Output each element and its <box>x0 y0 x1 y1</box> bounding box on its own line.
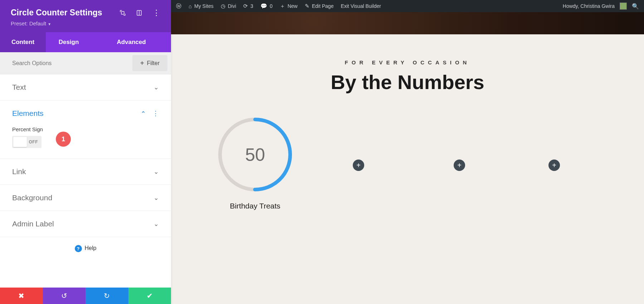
section-label: Background <box>12 193 52 202</box>
chevron-down-icon: ⌄ <box>153 168 159 176</box>
house-icon: ⌂ <box>189 3 192 9</box>
section-background[interactable]: Background ⌄ <box>0 185 171 211</box>
preset-label: Preset: Default <box>11 20 46 26</box>
chevron-down-icon: ⌄ <box>153 220 159 228</box>
plus-icon: + <box>140 59 144 67</box>
updates[interactable]: ⟳3 <box>243 3 253 9</box>
page-headline: By the Numbers <box>192 70 623 94</box>
howdy-label: Howdy, Christina Gwira <box>563 3 615 9</box>
section-elements-body: Percent Sign OFF <box>0 126 171 158</box>
eyebrow-text: FOR EVERY OCCASION <box>192 59 623 65</box>
search-icon[interactable]: 🔍 <box>632 3 639 10</box>
section-admin-label[interactable]: Admin Label ⌄ <box>0 211 171 237</box>
counter-value: 50 <box>245 145 265 165</box>
help-icon: ? <box>75 245 82 252</box>
howdy-user[interactable]: Howdy, Christina Gwira <box>563 3 615 9</box>
wp-logo[interactable]: ⓦ <box>176 3 181 10</box>
add-module-button[interactable]: + <box>353 160 364 171</box>
search-input[interactable] <box>0 54 132 72</box>
edit-page[interactable]: ✎Edit Page <box>305 3 334 9</box>
redo-button[interactable]: ↻ <box>86 288 128 304</box>
toggle-state: OFF <box>29 139 38 144</box>
comments[interactable]: 💬0 <box>260 3 273 9</box>
my-sites[interactable]: ⌂My Sites <box>189 3 214 9</box>
exit-visual-builder[interactable]: Exit Visual Builder <box>341 3 381 9</box>
cancel-button[interactable]: ✖ <box>0 288 43 304</box>
filter-button[interactable]: + Filter <box>132 55 167 71</box>
section-elements[interactable]: Elements ⌄ ⋮ <box>0 100 171 126</box>
help-label: Help <box>85 245 97 251</box>
circle-counter[interactable]: 50 Birthday Treats <box>214 115 296 210</box>
wordpress-icon: ⓦ <box>176 3 181 10</box>
chevron-up-icon: ⌄ <box>141 109 146 117</box>
tab-content[interactable]: Content <box>0 32 46 52</box>
chevron-down-icon: ⌄ <box>153 83 159 91</box>
counter-ring: 50 <box>216 115 294 194</box>
hero-strip <box>171 12 644 34</box>
avatar[interactable] <box>620 3 627 10</box>
percent-sign-label: Percent Sign <box>12 126 159 132</box>
add-module-button[interactable]: + <box>454 160 465 171</box>
wp-admin-bar: ⓦ ⌂My Sites ◷Divi ⟳3 💬0 ＋New ✎Edit Page … <box>171 0 644 12</box>
edit-page-label: Edit Page <box>312 3 334 9</box>
section-label: Admin Label <box>12 220 54 228</box>
new-content[interactable]: ＋New <box>280 3 298 10</box>
site-name[interactable]: ◷Divi <box>221 3 236 9</box>
svg-rect-0 <box>121 11 124 14</box>
panel-actions: ✖ ↺ ↻ ✔ <box>0 288 171 304</box>
kebab-menu-icon[interactable]: ⋮ <box>152 8 160 18</box>
save-button[interactable]: ✔ <box>128 288 171 304</box>
responsive-icon[interactable] <box>136 10 142 16</box>
chevron-down-icon: ⌄ <box>153 194 159 202</box>
section-label: Link <box>12 167 26 176</box>
exit-builder-label: Exit Visual Builder <box>341 3 381 9</box>
section-text[interactable]: Text ⌄ <box>0 74 171 100</box>
gauge-icon: ◷ <box>221 3 225 9</box>
add-module-button[interactable]: + <box>548 160 560 171</box>
help-link[interactable]: ?Help <box>0 237 171 259</box>
my-sites-label: My Sites <box>194 3 214 9</box>
updates-count: 3 <box>250 3 253 9</box>
tab-advanced[interactable]: Advanced <box>92 32 171 52</box>
tab-design[interactable]: Design <box>46 32 92 52</box>
plus-icon: ＋ <box>280 3 285 10</box>
section-link[interactable]: Link ⌄ <box>0 159 171 185</box>
search-row: + Filter <box>0 52 171 74</box>
kebab-menu-icon[interactable]: ⋮ <box>152 109 159 117</box>
panel-header: Circle Counter Settings ⋮ Preset: Defaul… <box>0 0 171 32</box>
preset-selector[interactable]: Preset: Default▼ <box>11 20 160 26</box>
filter-label: Filter <box>147 60 160 67</box>
comment-icon: 💬 <box>260 3 267 9</box>
panel-tabs: Content Design Advanced <box>0 32 171 52</box>
counter-label: Birthday Treats <box>214 202 296 210</box>
annotation-badge: 1 <box>56 132 71 147</box>
expand-icon[interactable] <box>119 10 126 16</box>
page-content: FOR EVERY OCCASION By the Numbers 50 Bir… <box>171 34 644 210</box>
section-label: Text <box>12 83 26 92</box>
pencil-icon: ✎ <box>305 3 309 9</box>
new-label: New <box>288 3 298 9</box>
undo-button[interactable]: ↺ <box>43 288 86 304</box>
section-label: Elements <box>12 109 44 118</box>
toggle-knob <box>13 137 27 147</box>
divi-label: Divi <box>228 3 236 9</box>
panel-title: Circle Counter Settings <box>11 8 102 18</box>
settings-panel: Circle Counter Settings ⋮ Preset: Defaul… <box>0 0 171 304</box>
page-stage: ⓦ ⌂My Sites ◷Divi ⟳3 💬0 ＋New ✎Edit Page … <box>171 0 644 304</box>
percent-sign-toggle[interactable]: OFF <box>12 136 42 148</box>
refresh-icon: ⟳ <box>243 3 248 9</box>
comments-count: 0 <box>270 3 273 9</box>
caret-down-icon: ▼ <box>48 22 51 26</box>
